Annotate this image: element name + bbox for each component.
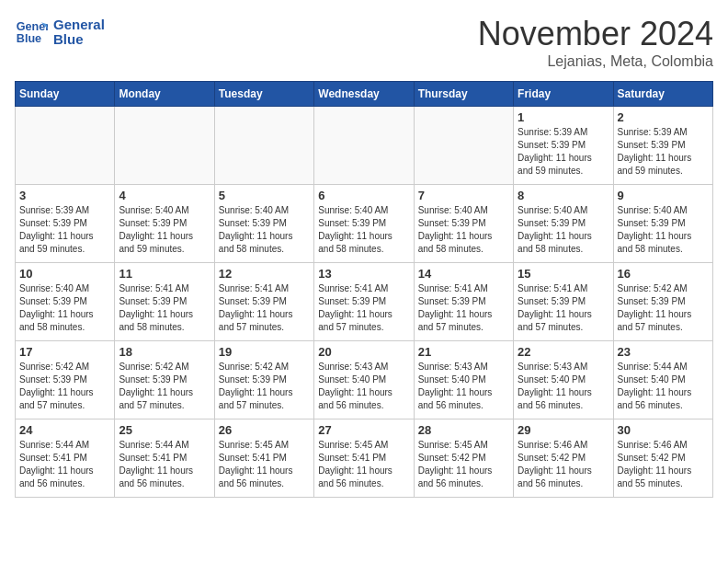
day-info: Sunrise: 5:45 AM Sunset: 5:41 PM Dayligh… (219, 439, 310, 490)
day-number: 29 (518, 423, 609, 437)
day-number: 18 (119, 345, 210, 359)
calendar-cell: 18Sunrise: 5:42 AM Sunset: 5:39 PM Dayli… (115, 341, 214, 419)
calendar-cell: 10Sunrise: 5:40 AM Sunset: 5:39 PM Dayli… (16, 263, 115, 341)
calendar-cell: 27Sunrise: 5:45 AM Sunset: 5:41 PM Dayli… (314, 419, 414, 498)
calendar-cell: 22Sunrise: 5:43 AM Sunset: 5:40 PM Dayli… (514, 341, 613, 419)
calendar-cell: 13Sunrise: 5:41 AM Sunset: 5:39 PM Dayli… (314, 263, 414, 341)
day-number: 16 (618, 267, 709, 281)
day-info: Sunrise: 5:40 AM Sunset: 5:39 PM Dayligh… (19, 282, 110, 334)
calendar-cell: 25Sunrise: 5:44 AM Sunset: 5:41 PM Dayli… (115, 419, 214, 498)
day-number: 5 (219, 189, 310, 202)
day-info: Sunrise: 5:42 AM Sunset: 5:39 PM Dayligh… (618, 282, 709, 334)
day-number: 4 (119, 189, 210, 202)
day-info: Sunrise: 5:41 AM Sunset: 5:39 PM Dayligh… (219, 282, 310, 334)
day-number: 25 (119, 423, 210, 437)
svg-text:Blue: Blue (17, 32, 41, 45)
calendar-cell: 17Sunrise: 5:42 AM Sunset: 5:39 PM Dayli… (16, 341, 115, 419)
calendar-cell (16, 107, 115, 185)
day-info: Sunrise: 5:40 AM Sunset: 5:39 PM Dayligh… (418, 204, 509, 256)
calendar-cell: 7Sunrise: 5:40 AM Sunset: 5:39 PM Daylig… (414, 185, 513, 263)
day-number: 27 (318, 423, 409, 437)
day-info: Sunrise: 5:44 AM Sunset: 5:41 PM Dayligh… (19, 439, 110, 490)
day-info: Sunrise: 5:45 AM Sunset: 5:41 PM Dayligh… (318, 439, 409, 490)
calendar-cell (314, 107, 414, 185)
day-info: Sunrise: 5:43 AM Sunset: 5:40 PM Dayligh… (518, 361, 609, 412)
day-number: 6 (318, 189, 409, 202)
day-info: Sunrise: 5:39 AM Sunset: 5:39 PM Dayligh… (618, 126, 709, 178)
day-info: Sunrise: 5:40 AM Sunset: 5:39 PM Dayligh… (219, 204, 310, 256)
week-row-4: 17Sunrise: 5:42 AM Sunset: 5:39 PM Dayli… (16, 341, 713, 419)
calendar-cell: 24Sunrise: 5:44 AM Sunset: 5:41 PM Dayli… (16, 419, 115, 498)
day-number: 17 (19, 345, 110, 359)
day-number: 21 (418, 345, 509, 359)
calendar-cell: 5Sunrise: 5:40 AM Sunset: 5:39 PM Daylig… (214, 185, 313, 263)
day-number: 24 (19, 423, 110, 437)
day-number: 23 (618, 345, 709, 359)
day-info: Sunrise: 5:41 AM Sunset: 5:39 PM Dayligh… (318, 282, 409, 334)
calendar-cell: 3Sunrise: 5:39 AM Sunset: 5:39 PM Daylig… (16, 185, 115, 263)
day-number: 9 (618, 189, 709, 202)
svg-text:General: General (53, 17, 105, 32)
day-info: Sunrise: 5:42 AM Sunset: 5:39 PM Dayligh… (219, 361, 310, 412)
day-info: Sunrise: 5:41 AM Sunset: 5:39 PM Dayligh… (518, 282, 609, 334)
location: Lejanias, Meta, Colombia (478, 53, 713, 70)
week-row-5: 24Sunrise: 5:44 AM Sunset: 5:41 PM Dayli… (16, 419, 713, 498)
title-block: November 2024 Lejanias, Meta, Colombia (478, 15, 713, 70)
calendar-cell: 20Sunrise: 5:43 AM Sunset: 5:40 PM Dayli… (314, 341, 414, 419)
day-info: Sunrise: 5:39 AM Sunset: 5:39 PM Dayligh… (518, 126, 609, 178)
calendar-cell: 11Sunrise: 5:41 AM Sunset: 5:39 PM Dayli… (115, 263, 214, 341)
weekday-header-saturday: Saturday (613, 82, 712, 107)
calendar-cell: 21Sunrise: 5:43 AM Sunset: 5:40 PM Dayli… (414, 341, 513, 419)
day-info: Sunrise: 5:40 AM Sunset: 5:39 PM Dayligh… (119, 204, 210, 256)
day-number: 30 (618, 423, 709, 437)
month-title: November 2024 (478, 15, 713, 53)
day-number: 15 (518, 267, 609, 281)
day-info: Sunrise: 5:42 AM Sunset: 5:39 PM Dayligh… (119, 361, 210, 412)
weekday-header-sunday: Sunday (16, 82, 115, 107)
calendar-cell: 15Sunrise: 5:41 AM Sunset: 5:39 PM Dayli… (514, 263, 613, 341)
day-number: 8 (518, 189, 609, 202)
logo: General Blue General Blue (15, 15, 127, 50)
weekday-header-friday: Friday (514, 82, 613, 107)
calendar-cell: 19Sunrise: 5:42 AM Sunset: 5:39 PM Dayli… (214, 341, 313, 419)
day-info: Sunrise: 5:40 AM Sunset: 5:39 PM Dayligh… (318, 204, 409, 256)
day-number: 2 (618, 110, 709, 124)
day-number: 19 (219, 345, 310, 359)
day-number: 3 (19, 189, 110, 202)
logo-icon: General Blue (15, 16, 48, 49)
day-number: 14 (418, 267, 509, 281)
day-info: Sunrise: 5:43 AM Sunset: 5:40 PM Dayligh… (318, 361, 409, 412)
calendar-cell: 9Sunrise: 5:40 AM Sunset: 5:39 PM Daylig… (613, 185, 712, 263)
calendar-table: SundayMondayTuesdayWednesdayThursdayFrid… (15, 81, 713, 498)
day-info: Sunrise: 5:40 AM Sunset: 5:39 PM Dayligh… (618, 204, 709, 256)
day-info: Sunrise: 5:46 AM Sunset: 5:42 PM Dayligh… (518, 439, 609, 490)
day-number: 13 (318, 267, 409, 281)
week-row-1: 1Sunrise: 5:39 AM Sunset: 5:39 PM Daylig… (16, 107, 713, 185)
week-row-2: 3Sunrise: 5:39 AM Sunset: 5:39 PM Daylig… (16, 185, 713, 263)
weekday-header-tuesday: Tuesday (214, 82, 313, 107)
weekday-header-thursday: Thursday (414, 82, 513, 107)
day-info: Sunrise: 5:41 AM Sunset: 5:39 PM Dayligh… (119, 282, 210, 334)
calendar-cell (214, 107, 313, 185)
calendar-cell: 26Sunrise: 5:45 AM Sunset: 5:41 PM Dayli… (214, 419, 313, 498)
day-info: Sunrise: 5:39 AM Sunset: 5:39 PM Dayligh… (19, 204, 110, 256)
weekday-header-row: SundayMondayTuesdayWednesdayThursdayFrid… (16, 82, 713, 107)
calendar-cell: 14Sunrise: 5:41 AM Sunset: 5:39 PM Dayli… (414, 263, 513, 341)
day-number: 22 (518, 345, 609, 359)
day-info: Sunrise: 5:40 AM Sunset: 5:39 PM Dayligh… (518, 204, 609, 256)
calendar-cell: 2Sunrise: 5:39 AM Sunset: 5:39 PM Daylig… (613, 107, 712, 185)
page-header: General Blue General Blue November 2024 … (15, 15, 713, 70)
day-info: Sunrise: 5:44 AM Sunset: 5:40 PM Dayligh… (618, 361, 709, 412)
calendar-cell: 4Sunrise: 5:40 AM Sunset: 5:39 PM Daylig… (115, 185, 214, 263)
day-number: 26 (219, 423, 310, 437)
day-info: Sunrise: 5:44 AM Sunset: 5:41 PM Dayligh… (119, 439, 210, 490)
day-info: Sunrise: 5:42 AM Sunset: 5:39 PM Dayligh… (19, 361, 110, 412)
calendar-cell: 16Sunrise: 5:42 AM Sunset: 5:39 PM Dayli… (613, 263, 712, 341)
day-number: 1 (518, 110, 609, 124)
day-info: Sunrise: 5:45 AM Sunset: 5:42 PM Dayligh… (418, 439, 509, 490)
day-info: Sunrise: 5:43 AM Sunset: 5:40 PM Dayligh… (418, 361, 509, 412)
weekday-header-wednesday: Wednesday (314, 82, 414, 107)
day-number: 12 (219, 267, 310, 281)
day-number: 7 (418, 189, 509, 202)
week-row-3: 10Sunrise: 5:40 AM Sunset: 5:39 PM Dayli… (16, 263, 713, 341)
